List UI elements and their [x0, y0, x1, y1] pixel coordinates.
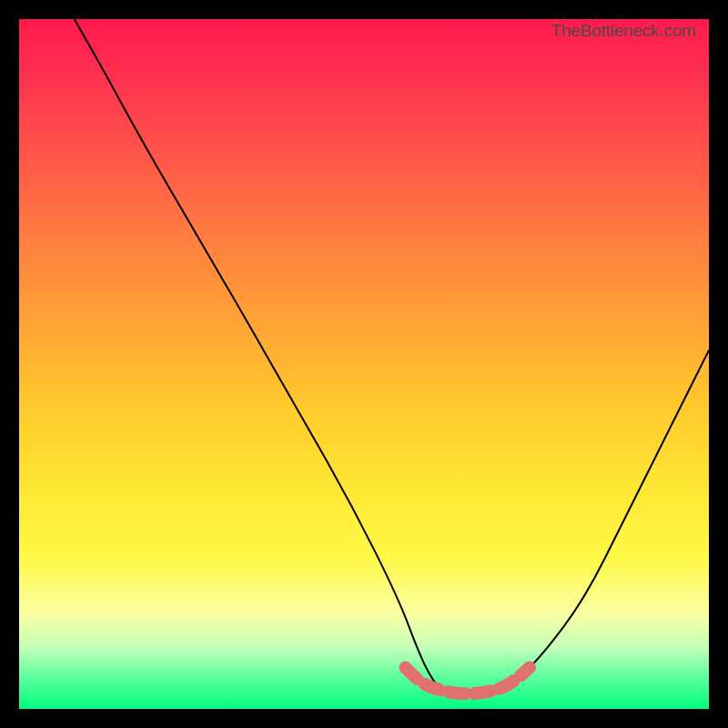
chart-svg [19, 19, 709, 709]
main-curve [75, 19, 709, 695]
plot-area: TheBottleneck.com [19, 19, 709, 709]
highlight-curve [405, 668, 529, 694]
chart-container: TheBottleneck.com [0, 0, 728, 728]
